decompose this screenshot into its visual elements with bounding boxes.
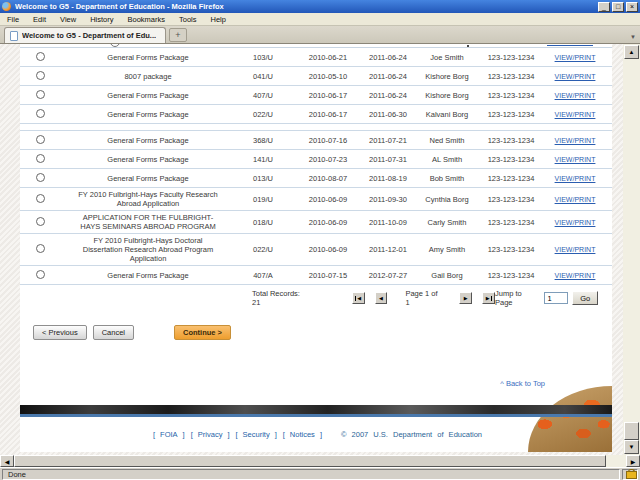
view-print-link[interactable]: VIEW/PRINT — [555, 272, 596, 279]
submit-date-cell: 2010-06-09 — [290, 218, 366, 227]
submit-date-cell: 2010-07-15 — [290, 271, 366, 280]
menu-file[interactable]: File — [0, 15, 26, 24]
view-print-link[interactable]: VIEW/PRINT — [555, 196, 596, 203]
package-number-cell: 407/A — [236, 271, 290, 280]
total-records-label: Total Records: 21 — [252, 289, 310, 307]
right-arrow-icon: ▶ — [464, 295, 468, 301]
go-button[interactable]: Go — [572, 291, 598, 305]
package-name-cell: General Forms Package — [60, 134, 236, 147]
expire-date-cell: 2011-07-21 — [366, 136, 410, 145]
view-print-link[interactable]: VIEW/PRINT — [555, 219, 596, 226]
menu-bookmarks[interactable]: Bookmarks — [121, 15, 173, 24]
view-print-link[interactable]: VIEW/PRINT — [555, 246, 596, 253]
maximize-button[interactable]: □ — [612, 2, 624, 12]
footer-link-privacy[interactable]: Privacy — [198, 430, 223, 439]
row-radio-button[interactable] — [36, 194, 45, 203]
menu-bar: FileEditViewHistoryBookmarksToolsHelp — [0, 13, 640, 26]
vertical-scroll-thumb[interactable] — [624, 422, 639, 440]
cancel-button[interactable]: Cancel — [93, 325, 134, 340]
submit-date-cell: 2010-06-17 — [290, 110, 366, 119]
view-print-link[interactable]: VIEW/PRINT — [555, 137, 596, 144]
package-name-cell: APPLICATION FOR THE FULBRIGHT-HAYS SEMIN… — [60, 211, 236, 233]
status-text: Done — [2, 469, 620, 480]
minimize-button[interactable]: _ — [598, 2, 610, 12]
previous-page-button[interactable]: ◀ — [375, 292, 388, 304]
continue-button[interactable]: Continue > — [174, 325, 231, 340]
menu-history[interactable]: History — [83, 15, 120, 24]
tab-list-dropdown-icon[interactable]: ▼ — [630, 34, 636, 40]
view-print-link[interactable]: VIEW/PRINT — [555, 111, 596, 118]
phone-cell: 123-123-1234 — [484, 155, 538, 164]
vertical-scrollbar[interactable]: ▲ ▼ — [623, 44, 640, 455]
phone-cell: 123-123-1234 — [484, 91, 538, 100]
view-print-link[interactable]: VIEW/PRINT — [555, 175, 596, 182]
table-row: General Forms Package 141/U 2010-07-23 2… — [20, 150, 612, 169]
security-panel — [622, 469, 638, 480]
bar-icon — [355, 296, 356, 301]
jump-to-page-label: Jump to Page — [495, 289, 540, 307]
expire-date-cell: 2011-06-24 — [366, 53, 410, 62]
tab-bar: Welcome to G5 - Department of Edu... + ▼ — [0, 26, 640, 44]
last-page-button[interactable]: ▶ — [482, 292, 495, 304]
browser-tab[interactable]: Welcome to G5 - Department of Edu... — [4, 27, 166, 43]
table-row: General Forms Package 368/U 2010-07-16 2… — [20, 131, 612, 150]
window-title: Welcome to G5 - Department of Education … — [15, 2, 598, 11]
phone-cell: 123-123-1234 — [484, 174, 538, 183]
row-radio-button[interactable] — [36, 270, 45, 279]
row-radio-button[interactable] — [36, 154, 45, 163]
partial-radio-button[interactable] — [110, 44, 120, 47]
row-radio-button[interactable] — [36, 135, 45, 144]
close-button[interactable]: × — [626, 2, 638, 12]
bar-icon — [491, 296, 492, 301]
view-print-link[interactable]: VIEW/PRINT — [555, 156, 596, 163]
horizontal-scroll-thumb[interactable] — [14, 455, 606, 467]
row-radio-button[interactable] — [36, 173, 45, 182]
footer-link-foia[interactable]: FOIA — [160, 430, 178, 439]
expire-date-cell: 2011-08-19 — [366, 174, 410, 183]
clipped-row-strip — [20, 44, 612, 48]
row-radio-button[interactable] — [36, 71, 45, 80]
contact-name-cell: Bob Smith — [410, 174, 484, 183]
contact-name-cell: Gail Borg — [410, 271, 484, 280]
row-radio-button[interactable] — [36, 217, 45, 226]
contact-name-cell: Ned Smith — [410, 136, 484, 145]
scroll-left-icon[interactable]: ◀ — [0, 455, 14, 467]
contact-name-cell: Kishore Borg — [410, 72, 484, 81]
package-name-cell: General Forms Package — [60, 108, 236, 121]
view-print-link[interactable]: VIEW/PRINT — [555, 54, 596, 61]
phone-cell: 123-123-1234 — [484, 245, 538, 254]
menu-edit[interactable]: Edit — [26, 15, 53, 24]
menu-tools[interactable]: Tools — [172, 15, 204, 24]
footer-link-security[interactable]: Security — [243, 430, 270, 439]
menu-help[interactable]: Help — [204, 15, 233, 24]
new-tab-button[interactable]: + — [169, 28, 187, 42]
contact-name-cell: AL Smith — [410, 155, 484, 164]
menu-view[interactable]: View — [53, 15, 83, 24]
horizontal-scrollbar[interactable]: ◀ ▶ — [0, 455, 640, 467]
package-number-cell: 041/U — [236, 72, 290, 81]
scroll-down-icon[interactable]: ▼ — [624, 440, 639, 454]
row-radio-button[interactable] — [36, 109, 45, 118]
submit-date-cell: 2010-07-16 — [290, 136, 366, 145]
row-radio-button[interactable] — [36, 90, 45, 99]
table-row: 8007 package 041/U 2010-05-10 2011-06-24… — [20, 67, 612, 86]
package-name-cell: General Forms Package — [60, 172, 236, 185]
scroll-up-icon[interactable]: ▲ — [624, 45, 639, 59]
jump-to-page-input[interactable] — [544, 292, 568, 304]
view-print-link[interactable]: VIEW/PRINT — [555, 92, 596, 99]
footer-blue-stripe — [20, 414, 612, 417]
previous-button[interactable]: < Previous — [33, 325, 87, 340]
expire-date-cell: 2011-12-01 — [366, 245, 410, 254]
action-button-row: < Previous Cancel Continue > — [20, 325, 612, 340]
next-page-button[interactable]: ▶ — [459, 292, 472, 304]
first-page-button[interactable]: ◀ — [352, 292, 365, 304]
view-print-link[interactable]: VIEW/PRINT — [555, 73, 596, 80]
expire-date-cell: 2011-06-30 — [366, 110, 410, 119]
status-bar: Done — [0, 467, 640, 480]
row-radio-button[interactable] — [36, 52, 45, 61]
phone-cell: 123-123-1234 — [484, 271, 538, 280]
scroll-right-icon[interactable]: ▶ — [626, 455, 640, 467]
row-radio-button[interactable] — [36, 244, 45, 253]
table-row: APPLICATION FOR THE FULBRIGHT-HAYS SEMIN… — [20, 211, 612, 234]
footer-link-notices[interactable]: Notices — [290, 430, 315, 439]
